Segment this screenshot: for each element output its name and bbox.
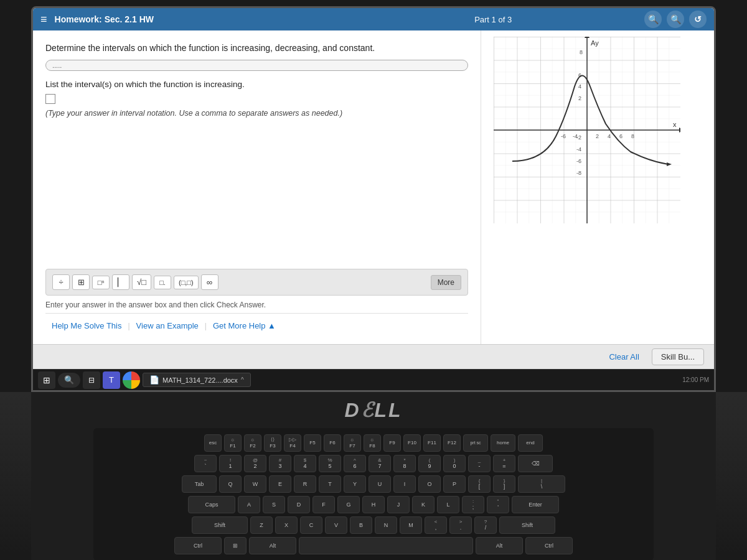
key-e[interactable]: E [269,475,291,493]
refresh-icon[interactable]: ↺ [689,11,707,28]
key-w[interactable]: W [244,475,266,493]
key-k[interactable]: K [412,496,435,513]
key-f[interactable]: F [312,496,335,513]
key-x[interactable]: X [275,516,298,534]
key-g[interactable]: G [337,496,360,513]
math-btn-interval[interactable]: (□,□) [174,276,199,289]
key-shift-right[interactable]: Shift [499,516,555,534]
key-f1[interactable]: ☼F1 [224,434,242,452]
key-s[interactable]: S [263,496,285,513]
math-btn-infinity[interactable]: ∞ [201,274,218,290]
key-ctrl-right[interactable]: Ctrl [525,537,573,554]
key-enter[interactable]: Enter [512,496,559,513]
key-4[interactable]: $4 [294,455,316,472]
key-f10[interactable]: F10 [403,434,421,452]
key-f11[interactable]: F11 [423,434,441,452]
search-button[interactable]: 🔍 [58,373,80,388]
key-tab[interactable]: Tab [182,475,217,493]
teams-icon[interactable]: T [103,371,120,389]
key-j[interactable]: J [387,496,410,513]
key-equals[interactable]: += [493,455,515,472]
key-f3[interactable]: ⟨⟩F3 [264,434,281,452]
key-backslash[interactable]: |\ [518,475,565,493]
key-y[interactable]: Y [344,475,366,493]
key-r[interactable]: R [294,475,316,493]
key-shift-left[interactable]: Shift [192,516,248,534]
key-3[interactable]: #3 [269,455,291,472]
key-f9[interactable]: F9 [383,434,401,452]
search-icon-2[interactable]: 🔍 [667,11,684,28]
key-f8[interactable]: ☼F8 [364,434,381,452]
help-me-solve-button[interactable]: Help Me Solve This [45,317,128,334]
math-btn-dot[interactable]: □. [154,276,171,289]
math-btn-more[interactable]: More [431,275,461,290]
key-u[interactable]: U [369,475,391,493]
key-f2[interactable]: ☼F2 [244,434,261,452]
key-bracket-right[interactable]: }] [493,475,515,493]
key-period[interactable]: >. [449,516,472,534]
key-alt-right[interactable]: Alt [476,537,523,554]
key-semicolon[interactable]: :; [462,496,484,513]
key-t[interactable]: T [319,475,341,493]
key-end[interactable]: end [518,434,543,452]
key-c[interactable]: C [300,516,322,534]
key-6[interactable]: ^6 [344,455,366,472]
key-caps[interactable]: Caps [188,496,235,513]
key-z[interactable]: Z [250,516,273,534]
key-backspace[interactable]: ⌫ [518,455,553,472]
key-7[interactable]: &7 [369,455,391,472]
hamburger-icon[interactable]: ≡ [40,13,47,26]
key-i[interactable]: I [393,475,416,493]
key-q[interactable]: Q [219,475,242,493]
windows-start-button[interactable]: ⊞ [38,371,55,389]
math-btn-power[interactable]: □ⁿ [92,276,110,289]
key-f7[interactable]: ☼F7 [344,434,361,452]
key-ctrl-left[interactable]: Ctrl [174,537,222,554]
key-f4[interactable]: ▷▷F4 [284,434,301,452]
key-d[interactable]: D [288,496,310,513]
search-icon-1[interactable]: 🔍 [644,11,662,28]
math-btn-bracket[interactable]: ▏ [112,274,129,290]
key-space[interactable] [299,537,473,554]
answer-checkbox[interactable] [45,94,55,104]
key-v[interactable]: V [325,516,347,534]
key-l[interactable]: L [437,496,459,513]
key-alt-left[interactable]: Alt [249,537,296,554]
taskbar-doc-item[interactable]: 📄 MATH_1314_722....docx ^ [143,373,251,387]
key-b[interactable]: B [350,516,372,534]
get-more-help-button[interactable]: Get More Help ▲ [207,317,282,334]
key-slash[interactable]: ?/ [474,516,497,534]
key-esc[interactable]: esc [204,434,222,452]
key-a[interactable]: A [238,496,260,513]
clear-all-button[interactable]: Clear All [604,350,644,364]
key-quote[interactable]: "' [487,496,509,513]
key-1[interactable]: !1 [219,455,242,472]
key-backtick[interactable]: ~` [194,455,217,472]
key-h[interactable]: H [362,496,385,513]
key-m[interactable]: M [400,516,422,534]
key-bracket-left[interactable]: {[ [468,475,491,493]
key-f6[interactable]: F6 [324,434,341,452]
key-9[interactable]: (9 [418,455,441,472]
key-p[interactable]: P [443,475,466,493]
key-home[interactable]: home [491,434,515,452]
chrome-icon[interactable] [123,371,140,389]
task-view-button[interactable]: ⊟ [83,371,100,389]
key-2[interactable]: @2 [244,455,266,472]
math-btn-matrix[interactable]: ⊞ [72,274,90,290]
key-f12[interactable]: F12 [443,434,461,452]
key-o[interactable]: O [418,475,441,493]
math-btn-fraction[interactable]: ÷ [52,274,70,290]
key-f5[interactable]: F5 [304,434,321,452]
key-prtsc[interactable]: prt sc [463,434,488,452]
skill-builder-button[interactable]: Skill Bu... [652,348,704,365]
key-comma[interactable]: <, [425,516,447,534]
key-minus[interactable]: _- [468,455,491,472]
key-8[interactable]: *8 [393,455,416,472]
key-5[interactable]: %5 [319,455,341,472]
key-win[interactable]: ⊞ [224,537,247,554]
key-0[interactable]: )0 [443,455,466,472]
key-n[interactable]: N [375,516,397,534]
math-btn-sqrt[interactable]: √□ [132,274,151,290]
view-example-button[interactable]: View an Example [130,317,205,334]
